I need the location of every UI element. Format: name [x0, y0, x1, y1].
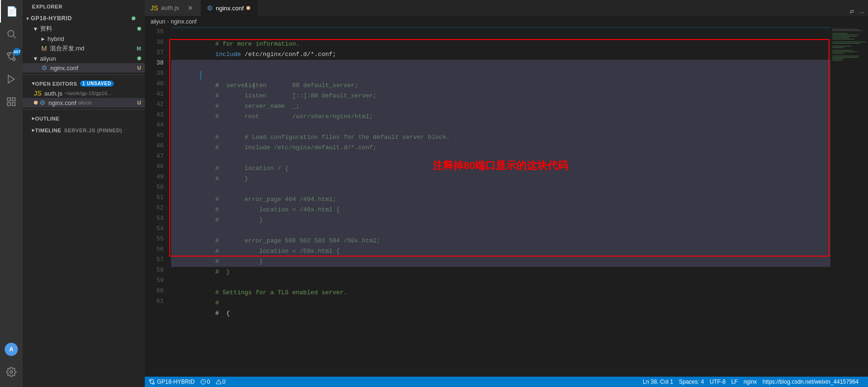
code-line-44: # # Load configuration files for the def…	[171, 122, 830, 132]
activity-bar: 📄 407 A	[0, 0, 23, 387]
editor-area: JS auth.js ✕ ⚙ nginx.conf ⇄ … aliyun › n…	[145, 0, 868, 387]
indent-status[interactable]: Spaces: 4	[679, 379, 704, 385]
svg-point-9	[10, 371, 13, 373]
extensions-icon[interactable]	[0, 90, 23, 113]
line-num-52: 52	[145, 203, 169, 213]
encoding-status[interactable]: UTF-8	[710, 379, 726, 385]
code-line-38: # server {	[171, 60, 830, 70]
tab-js-icon: JS	[150, 4, 158, 12]
line-num-41: 41	[145, 89, 169, 99]
outline-header[interactable]: ▸ OUTLINE	[23, 112, 145, 123]
sidebar-item-ziliao[interactable]: ▾ 资料	[23, 24, 145, 34]
activity-bar-bottom: A	[0, 338, 23, 387]
tab-modified-dot	[246, 6, 250, 10]
settings-icon[interactable]	[0, 361, 23, 383]
modified-dot	[34, 101, 38, 105]
svg-rect-6	[12, 98, 15, 101]
scroll-shadow-top	[171, 27, 830, 29]
open-editor-auth-js[interactable]: JS auth.js ~/work/gp-16/gp16...	[23, 89, 145, 98]
explorer-title: EXPLORER	[32, 4, 63, 9]
cursor-position-label: Ln 38, Col 1	[643, 379, 673, 385]
minimap-line	[832, 51, 857, 52]
line-num-35: 35	[145, 27, 169, 37]
project-dot	[132, 16, 135, 20]
tab-close-authjs[interactable]: ✕	[186, 3, 195, 13]
minimap-content	[830, 27, 868, 377]
search-icon[interactable]	[0, 23, 23, 45]
project-header[interactable]: ▾ GP18-HYBRID	[23, 11, 145, 24]
unsaved-badge: 1 UNSAVED	[80, 81, 113, 87]
svg-line-1	[13, 36, 16, 38]
conf-file-icon: ⚙	[41, 64, 47, 72]
more-actions-icon[interactable]: …	[860, 7, 864, 16]
sidebar-item-hybrid[interactable]: ▸ hybrid	[23, 34, 145, 43]
explorer-icon[interactable]: 📄	[0, 0, 23, 23]
sidebar-item-nginx-conf[interactable]: ⚙ nginx.conf U	[23, 63, 145, 73]
breadcrumb: aliyun › nginx.conf	[145, 16, 868, 27]
line-num-56: 56	[145, 244, 169, 255]
minimap[interactable]	[830, 27, 868, 377]
minimap-line	[832, 60, 842, 61]
sidebar-item-hunhekaifa[interactable]: M 混合开发.md M	[23, 43, 145, 54]
line-ending-status[interactable]: LF	[731, 379, 738, 385]
split-editor-icon[interactable]: ⇄	[850, 7, 854, 16]
minimap-line	[832, 43, 860, 44]
explorer-header[interactable]: EXPLORER	[23, 0, 145, 11]
line-num-58: 58	[145, 265, 169, 275]
tab-bar: JS auth.js ✕ ⚙ nginx.conf ⇄ …	[145, 0, 868, 16]
cursor-position-status[interactable]: Ln 38, Col 1	[643, 379, 673, 385]
minimap-line	[832, 53, 844, 54]
outline-label: OUTLINE	[35, 116, 60, 121]
timeline-pinned: server.js (pinned)	[64, 128, 122, 133]
minimap-line	[832, 30, 862, 31]
avatar: A	[5, 343, 18, 356]
url-link-status[interactable]: https://blog.csdn.net/weixin_44157964	[763, 379, 859, 385]
account-icon[interactable]: A	[0, 338, 23, 361]
tab-auth-js[interactable]: JS auth.js ✕	[145, 0, 201, 16]
code-line-54: # error_page 500 502 503 504 /50x.html;	[171, 226, 830, 236]
errors-status[interactable]: 0	[200, 379, 210, 385]
svg-point-10	[150, 379, 151, 381]
code-content[interactable]: # for more information. include /etc/ngi…	[169, 27, 830, 377]
minimap-line	[832, 39, 855, 40]
git-branch-status[interactable]: GP18-HYBRID	[149, 379, 195, 385]
code-editor[interactable]: 35 36 37 38 39 40 41 42 43 44 45 46 47 4…	[145, 27, 868, 377]
status-bar: GP18-HYBRID 0 0 Ln 38, Col 1 Spaces: 4 U…	[145, 377, 868, 387]
code-line-50: # error_page 404 /404.html;	[171, 184, 830, 194]
minimap-line	[832, 50, 853, 51]
sidebar-item-aliyun[interactable]: ▾ aliyun	[23, 54, 145, 63]
timeline-header[interactable]: ▸ TIMELINE server.js (pinned)	[23, 123, 145, 135]
open-editor-nginx-conf[interactable]: ⚙ nginx.conf aliyun U	[23, 98, 145, 107]
breadcrumb-part-nginx[interactable]: nginx.conf	[171, 18, 197, 25]
code-line-55: # location = /50x.html {	[171, 236, 830, 246]
breadcrumb-part-aliyun[interactable]: aliyun	[150, 18, 165, 25]
file-label-nginx: nginx.conf	[50, 64, 78, 72]
warnings-status[interactable]: 0	[216, 379, 226, 385]
svg-point-0	[8, 31, 14, 37]
minimap-lines	[830, 29, 868, 61]
git-branch-label: GP18-HYBRID	[157, 379, 195, 385]
line-num-44: 44	[145, 120, 169, 130]
url-link-label: https://blog.csdn.net/weixin_44157964	[763, 379, 859, 385]
code-line-60: #	[171, 288, 830, 298]
code-line-40: # listen [::]:80 default_server;	[171, 81, 830, 91]
code-line-57: # }	[171, 257, 830, 267]
file-badge-u: U	[137, 65, 141, 71]
minimap-line	[832, 47, 844, 48]
tab-nginx-conf[interactable]: ⚙ nginx.conf	[201, 0, 258, 16]
indent-label: Spaces: 4	[679, 379, 704, 385]
sidebar-divider-1	[23, 74, 145, 75]
minimap-line	[832, 56, 860, 56]
code-line-41: # server_name _;	[171, 91, 830, 101]
minimap-line	[832, 34, 859, 35]
language-mode-status[interactable]: nginx	[743, 379, 757, 385]
file-badge-m: M	[137, 46, 141, 51]
project-chevron: ▾	[26, 16, 29, 21]
breadcrumb-sep: ›	[167, 18, 169, 25]
open-editors-header[interactable]: ▾ OPEN EDITORS 1 UNSAVED	[23, 77, 145, 89]
open-editors-label: OPEN EDITORS	[35, 81, 78, 87]
conf-icon-small: ⚙	[39, 99, 46, 106]
source-control-icon[interactable]: 407	[0, 45, 23, 68]
svg-point-11	[153, 383, 155, 385]
run-icon[interactable]	[0, 68, 23, 90]
